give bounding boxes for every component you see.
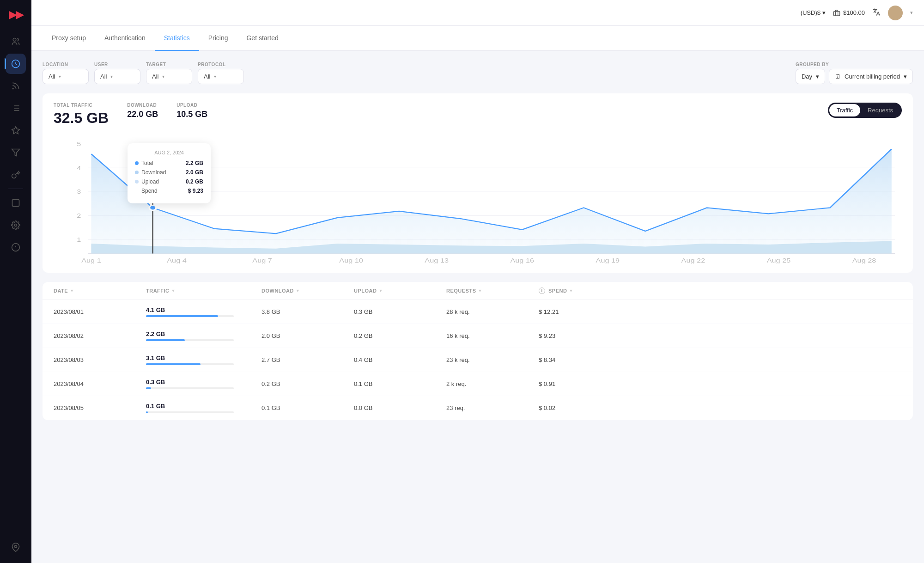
traffic-bar-fill	[146, 315, 218, 317]
sidebar-item-dashboard[interactable]	[6, 120, 26, 141]
svg-text:4: 4	[77, 165, 81, 171]
tooltip-upload-val: 0.2 GB	[186, 178, 203, 185]
col-header-upload[interactable]: UPLOAD ▼	[354, 288, 446, 294]
tab-get-started[interactable]: Get started	[237, 26, 287, 51]
filter-user-select[interactable]: All ▾	[94, 69, 140, 84]
cell-spend: $ 8.34	[539, 356, 622, 363]
chevron-down-icon: ▾	[214, 74, 216, 79]
cell-download: 2.0 GB	[261, 332, 354, 339]
sidebar-item-filter[interactable]	[6, 142, 26, 163]
cell-traffic: 0.3 GB	[146, 379, 261, 389]
chevron-down-icon: ▾	[59, 74, 61, 79]
balance-label: $100.00	[843, 9, 865, 16]
svg-marker-10	[12, 149, 20, 156]
day-select[interactable]: Day ▾	[796, 69, 825, 84]
cell-date: 2023/08/02	[54, 332, 146, 339]
sidebar-item-proxy[interactable]	[6, 54, 26, 74]
grouped-by-controls: Day ▾ 🗓 Current billing period ▾	[796, 69, 913, 84]
tab-statistics[interactable]: Statistics	[155, 26, 199, 51]
svg-text:2: 2	[77, 213, 81, 219]
stat-download: DOWNLOAD 22.0 GB	[127, 103, 158, 119]
filter-location: LOCATION All ▾	[43, 62, 89, 84]
col-header-date[interactable]: DATE ▼	[54, 288, 146, 294]
currency-selector[interactable]: (USD)$ ▾	[801, 9, 826, 16]
cell-date: 2023/08/04	[54, 380, 146, 387]
toggle-requests-button[interactable]: Requests	[860, 104, 900, 116]
translate-icon[interactable]	[872, 8, 881, 18]
cell-download: 0.1 GB	[261, 404, 354, 411]
table-row: 2023/08/04 0.3 GB 0.2 GB 0.1 GB 2 k req.…	[43, 372, 913, 396]
tab-pricing[interactable]: Pricing	[199, 26, 237, 51]
filter-location-select[interactable]: All ▾	[43, 69, 89, 84]
traffic-bar-bg	[146, 411, 234, 413]
svg-text:Aug 16: Aug 16	[510, 257, 534, 263]
info-icon: i	[539, 288, 545, 294]
chevron-down-icon: ▾	[162, 74, 164, 79]
cell-traffic: 2.2 GB	[146, 330, 261, 341]
filter-protocol-select[interactable]: All ▾	[198, 69, 244, 84]
sort-icon: ▼	[171, 288, 176, 293]
tooltip-upload-dot	[135, 180, 139, 184]
chevron-down-icon: ▾	[904, 73, 907, 80]
tab-authentication[interactable]: Authentication	[95, 26, 155, 51]
topbar: (USD)$ ▾ $100.00 ▾	[31, 0, 924, 26]
traffic-bar-bg	[146, 315, 234, 317]
cell-requests: 2 k req.	[446, 380, 539, 387]
cell-requests: 16 k req.	[446, 332, 539, 339]
traffic-toggle: Traffic Requests	[828, 103, 902, 118]
upload-label: UPLOAD	[176, 103, 207, 108]
sidebar-item-info[interactable]	[6, 237, 26, 257]
tooltip-total-dot	[135, 161, 139, 165]
currency-chevron-icon: ▾	[822, 9, 826, 16]
chart-area: 5 4 3 2 1	[54, 134, 902, 263]
tab-proxy-setup[interactable]: Proxy setup	[43, 26, 95, 51]
toggle-traffic-button[interactable]: Traffic	[829, 104, 860, 116]
sidebar-item-users[interactable]	[6, 31, 26, 52]
currency-label: (USD)$	[801, 9, 821, 16]
sidebar-item-box[interactable]	[6, 193, 26, 213]
balance-display[interactable]: $100.00	[833, 9, 865, 17]
svg-rect-17	[833, 11, 839, 15]
tooltip-row-total: Total 2.2 GB	[135, 160, 203, 166]
account-chevron-icon[interactable]: ▾	[910, 10, 913, 16]
col-header-download[interactable]: DOWNLOAD ▼	[261, 288, 354, 294]
traffic-bar-bg	[146, 387, 234, 389]
chevron-down-icon: ▾	[816, 73, 819, 80]
traffic-bar-bg	[146, 363, 234, 365]
svg-text:Aug 1: Aug 1	[81, 257, 101, 263]
sidebar-item-settings[interactable]	[6, 215, 26, 235]
tooltip-total-val: 2.2 GB	[186, 160, 203, 166]
sidebar-item-rss[interactable]	[6, 76, 26, 96]
filter-target-select[interactable]: All ▾	[146, 69, 192, 84]
svg-point-12	[15, 224, 17, 226]
period-select[interactable]: 🗓 Current billing period ▾	[829, 69, 913, 84]
sidebar-item-location[interactable]	[6, 537, 26, 557]
col-header-traffic[interactable]: TRAFFIC ▼	[146, 288, 261, 294]
cell-traffic: 4.1 GB	[146, 306, 261, 317]
col-header-requests[interactable]: REQUESTS ▼	[446, 288, 539, 294]
stat-total-traffic: TOTAL TRAFFIC 32.5 GB	[54, 103, 109, 127]
sidebar-item-key[interactable]	[6, 165, 26, 185]
user-avatar[interactable]	[888, 6, 903, 20]
cell-upload: 0.3 GB	[354, 308, 446, 315]
cell-upload: 0.2 GB	[354, 332, 446, 339]
svg-text:1: 1	[77, 237, 81, 243]
svg-marker-9	[12, 127, 20, 134]
sort-icon: ▼	[478, 288, 482, 293]
cell-download: 2.7 GB	[261, 356, 354, 363]
app-logo[interactable]: ▶▶	[6, 6, 25, 24]
stats-header: TOTAL TRAFFIC 32.5 GB DOWNLOAD 22.0 GB U…	[54, 103, 902, 127]
filter-protocol-label: PROTOCOL	[198, 62, 244, 67]
svg-text:Aug 19: Aug 19	[596, 257, 620, 263]
svg-text:3: 3	[77, 189, 81, 195]
filter-target: TARGET All ▾	[146, 62, 192, 84]
svg-text:Aug 22: Aug 22	[681, 257, 705, 263]
col-header-spend[interactable]: i SPEND ▼	[539, 288, 622, 294]
cell-download: 3.8 GB	[261, 308, 354, 315]
filter-user: USER All ▾	[94, 62, 140, 84]
cell-requests: 23 k req.	[446, 356, 539, 363]
table-row: 2023/08/05 0.1 GB 0.1 GB 0.0 GB 23 req. …	[43, 396, 913, 420]
sidebar-item-list[interactable]	[6, 98, 26, 118]
cell-date: 2023/08/03	[54, 356, 146, 363]
traffic-bar-fill	[146, 363, 201, 365]
